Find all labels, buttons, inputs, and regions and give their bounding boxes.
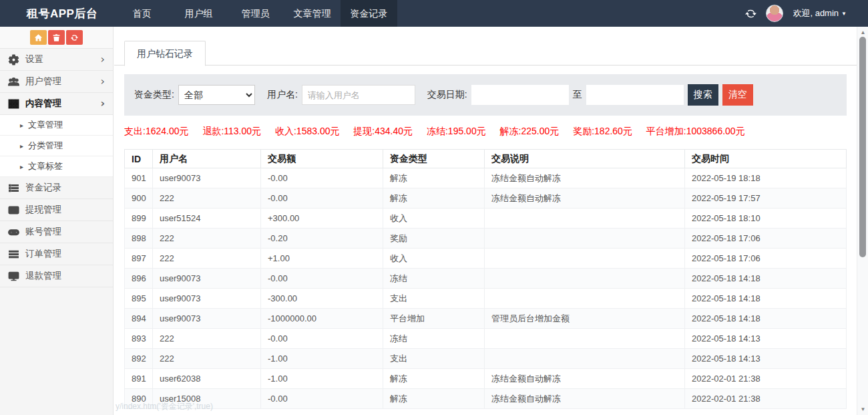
cell-username: user90073 [153, 309, 261, 329]
sidebar-item-label: 设置 [25, 53, 43, 65]
scroll-down-arrow-icon[interactable]: ▼ [857, 406, 868, 412]
sidebar-subitem-category-management[interactable]: ▸ 分类管理 [0, 136, 113, 156]
table-row: 898222-0.20奖励2022-05-18 17:06 [125, 229, 847, 249]
welcome-admin-dropdown[interactable]: 欢迎, admin▼ [793, 7, 847, 19]
username-label: 用户名: [267, 89, 298, 101]
app-logo: 租号APP后台 [0, 6, 114, 21]
sidebar-item-fund-records[interactable]: 资金记录 [0, 177, 113, 199]
sidebar-subitem-label: 分类管理 [28, 140, 63, 152]
nav-item-fund-records[interactable]: 资金记录 [341, 0, 397, 27]
list-icon [8, 182, 19, 194]
triangle-bullet-icon: ▸ [20, 163, 23, 170]
username-input[interactable] [302, 85, 415, 105]
tab-bar: 用户钻石记录 [114, 40, 857, 65]
cell-fund-type: 收入 [383, 249, 485, 269]
cell-fund-type: 奖励 [383, 229, 485, 249]
home-button[interactable] [30, 30, 47, 45]
cell-amount: +1.00 [261, 249, 383, 269]
table-row: 896user90073-0.00冻结2022-05-18 14:18 [125, 269, 847, 289]
chevron-right-icon: › [101, 54, 105, 65]
bars-icon [8, 249, 19, 260]
chevron-right-icon: › [100, 98, 105, 109]
sidebar-item-order-management[interactable]: 订单管理 [0, 243, 113, 265]
table-row: 900222-0.00解冻冻结金额自动解冻2022-05-19 17:57 [125, 188, 847, 209]
cell-description: 冻结金额自动解冻 [485, 188, 685, 209]
cell-fund-type: 支出 [383, 289, 485, 309]
cell-id: 896 [125, 269, 153, 289]
nav-item-admins[interactable]: 管理员 [227, 0, 284, 27]
sidebar-item-user-management[interactable]: 用户管理 › [0, 71, 113, 93]
cell-username: user90073 [153, 269, 261, 289]
cell-time: 2022-05-18 14:18 [685, 269, 847, 289]
sidebar-item-content-management[interactable]: 内容管理 › [0, 93, 113, 115]
sidebar-item-refund-management[interactable]: 退款管理 [0, 265, 113, 287]
cell-id: 895 [125, 289, 153, 309]
gear-icon [8, 54, 19, 65]
table-row: 894user90073-1000000.00平台增加管理员后台增加金额2022… [125, 309, 847, 329]
sidebar-item-account-management[interactable]: 账号管理 [0, 221, 113, 243]
cell-id: 900 [125, 188, 153, 209]
search-button[interactable]: 搜索 [688, 84, 718, 106]
cell-description: 冻结金额自动解冻 [485, 369, 685, 389]
trash-icon [52, 33, 61, 42]
user-avatar[interactable] [766, 5, 783, 22]
cell-username: 222 [153, 229, 261, 249]
cell-description [485, 329, 685, 349]
cell-id: 892 [125, 349, 153, 369]
stat-reward: 奖励:182.60元 [573, 126, 632, 136]
table-row: 892222-1.00支出2022-05-18 14:13 [125, 349, 847, 369]
cell-amount: -0.00 [261, 168, 383, 188]
table-row: 893222-0.00冻结2022-05-18 14:13 [125, 329, 847, 349]
cell-time: 2022-05-18 14:18 [685, 289, 847, 309]
nav-item-home[interactable]: 首页 [114, 0, 170, 27]
chevron-right-icon: › [101, 76, 105, 87]
nav-item-articles[interactable]: 文章管理 [284, 0, 341, 27]
cell-fund-type: 收入 [383, 209, 485, 229]
clear-button[interactable]: 清空 [722, 84, 753, 106]
stat-expense: 支出:1624.00元 [124, 126, 189, 136]
sidebar-item-label: 订单管理 [25, 248, 61, 260]
grid-icon [8, 98, 19, 110]
cell-description [485, 249, 685, 269]
cell-amount: -0.00 [261, 389, 383, 409]
cell-description: 管理员后台增加金额 [485, 309, 685, 329]
cell-fund-type: 解冻 [383, 389, 485, 409]
table-row: 897222+1.00收入2022-05-18 17:06 [125, 249, 847, 269]
cell-fund-type: 平台增加 [383, 309, 485, 329]
date-start-input[interactable] [471, 85, 569, 105]
cell-time: 2022-02-01 21:38 [685, 369, 847, 389]
sidebar-toolbar [0, 27, 113, 49]
cell-description: 冻结金额自动解冻 [485, 168, 685, 188]
refresh-cache-button[interactable] [66, 30, 83, 45]
fund-records-table: ID 用户名 交易额 资金类型 交易说明 交易时间 901user90073-0… [124, 149, 847, 409]
stat-platform-add: 平台增加:1003866.00元 [646, 126, 745, 136]
cell-amount: -0.00 [261, 329, 383, 349]
sidebar-subitem-article-tags[interactable]: ▸ 文章标签 [0, 156, 113, 177]
cell-time: 2022-05-18 14:13 [685, 349, 847, 369]
cell-fund-type: 解冻 [383, 369, 485, 389]
cell-time: 2022-05-18 14:18 [685, 309, 847, 329]
scrollbar-thumb[interactable] [859, 37, 866, 257]
gamepad-icon [8, 227, 19, 238]
sidebar-item-settings[interactable]: 设置 › [0, 49, 113, 71]
scroll-up-arrow-icon[interactable]: ▲ [857, 29, 868, 35]
triangle-bullet-icon: ▸ [20, 142, 23, 150]
vertical-scrollbar[interactable]: ▲ ▼ [857, 27, 868, 415]
cell-description [485, 269, 685, 289]
refresh-icon[interactable] [745, 8, 756, 19]
cell-description [485, 229, 685, 249]
date-to-label: 至 [573, 89, 582, 101]
col-header-id: ID [125, 150, 153, 168]
sidebar-subitem-label: 文章标签 [28, 160, 63, 172]
cell-id: 891 [125, 369, 153, 389]
tab-user-diamond-records[interactable]: 用户钻石记录 [124, 41, 206, 66]
clear-cache-button[interactable] [48, 30, 65, 45]
fund-type-select[interactable]: 全部 [178, 85, 255, 105]
cell-time: 2022-05-18 18:10 [685, 209, 847, 229]
cell-description: 冻结金额自动解冻 [485, 389, 685, 409]
sidebar-item-withdrawal-management[interactable]: 提现管理 [0, 199, 113, 221]
date-end-input[interactable] [586, 85, 684, 105]
sidebar-item-label: 提现管理 [25, 204, 61, 216]
sidebar-subitem-article-management[interactable]: ▸ 文章管理 [0, 115, 113, 136]
nav-item-user-groups[interactable]: 用户组 [170, 0, 227, 27]
